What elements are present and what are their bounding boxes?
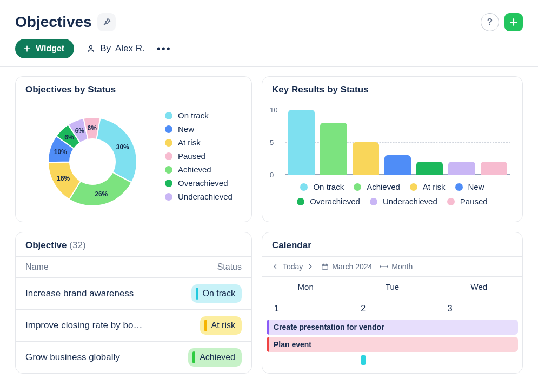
legend-dot <box>297 198 304 205</box>
legend-dot <box>165 125 172 133</box>
calendar-prev-button[interactable] <box>272 263 278 270</box>
legend-label: Overachieved <box>310 197 360 206</box>
calendar-event[interactable]: Create presentation for vendor <box>267 320 518 335</box>
row-name: Improve closing rate by bo… <box>25 320 200 331</box>
day-cell[interactable]: 2 <box>349 297 435 317</box>
donut-slice-label: 26% <box>95 190 108 198</box>
divider <box>0 66 538 67</box>
calendar-event[interactable]: Plan event <box>267 337 518 352</box>
calendar-range-label: Month <box>391 262 413 271</box>
legend-item-achieved[interactable]: Achieved <box>354 182 400 191</box>
legend-label: At risk <box>178 138 201 147</box>
dow-label: Wed <box>436 277 522 297</box>
legend-dot <box>354 183 361 191</box>
legend-label: Underachieved <box>178 192 233 201</box>
table-row[interactable]: Grow business globallyAchieved <box>16 342 251 373</box>
legend-item-at_risk[interactable]: At risk <box>410 182 446 191</box>
col-name: Name <box>25 262 217 272</box>
y-tick-label: 0 <box>270 171 274 179</box>
bar-underachieved[interactable] <box>448 162 475 175</box>
legend-dot <box>165 166 172 174</box>
legend-item-new[interactable]: New <box>455 182 484 191</box>
add-button[interactable] <box>504 13 523 31</box>
status-pill-bar <box>192 351 195 363</box>
event-stripe <box>267 337 269 352</box>
status-pill-bar <box>196 288 198 300</box>
bar-on_track[interactable] <box>288 110 315 175</box>
legend-label: On track <box>178 111 209 120</box>
calendar-month-selector[interactable]: March 2024 <box>321 262 372 271</box>
table-row[interactable]: Increase brand awarenessOn track <box>16 278 251 310</box>
key-results-by-status-card: Key Results by Status 0510 On trackAchie… <box>262 76 523 222</box>
row-name: Grow business globally <box>25 352 188 363</box>
legend-dot <box>165 152 172 160</box>
help-icon: ? <box>487 17 493 28</box>
svg-rect-1 <box>322 264 328 269</box>
user-icon <box>86 44 96 54</box>
legend-item-underachieved[interactable]: Underachieved <box>370 197 437 206</box>
donut-slice-achieved[interactable] <box>69 172 131 206</box>
table-title: Objective <box>25 240 67 250</box>
day-cell[interactable]: 1 <box>262 297 349 317</box>
table-row[interactable]: Improve closing rate by bo…At risk <box>16 310 251 342</box>
legend-dot <box>165 193 172 201</box>
status-pill-label: Achieved <box>200 353 235 362</box>
objectives-by-status-card: Objectives by Status 30%26%16%10%6%6%6% … <box>15 76 252 222</box>
bar-at_risk[interactable] <box>353 142 379 175</box>
calendar-next-button[interactable] <box>307 263 314 270</box>
donut-slice-label: 10% <box>54 148 67 156</box>
more-menu-button[interactable]: ••• <box>157 43 171 55</box>
legend-item-new[interactable]: New <box>165 124 233 134</box>
legend-item-on_track[interactable]: On track <box>165 111 233 120</box>
legend-item-at_risk[interactable]: At risk <box>165 138 233 147</box>
legend-dot <box>165 112 172 119</box>
donut-legend: On trackNewAt riskPausedAchievedOverachi… <box>165 108 233 201</box>
bar-new[interactable] <box>384 155 411 175</box>
legend-item-achieved[interactable]: Achieved <box>165 165 233 174</box>
pin-icon <box>102 17 111 27</box>
event-label: Plan event <box>274 340 311 349</box>
card-title: Objectives by Status <box>16 77 251 101</box>
legend-item-paused[interactable]: Paused <box>165 151 233 161</box>
legend-dot <box>370 198 377 205</box>
status-pill-label: At risk <box>211 321 235 330</box>
donut-slice-label: 6% <box>75 127 85 135</box>
card-title: Key Results by Status <box>262 77 522 101</box>
dow-label: Mon <box>262 277 349 297</box>
event-stripe <box>267 320 269 335</box>
legend-label: New <box>178 124 194 134</box>
chevron-right-icon <box>307 263 314 270</box>
day-cell[interactable]: 3 <box>436 297 522 317</box>
calendar-icon <box>321 263 329 270</box>
by-user-filter[interactable]: By Alex R. <box>86 43 145 54</box>
legend-item-on_track[interactable]: On track <box>300 182 344 191</box>
legend-item-overachieved[interactable]: Overachieved <box>297 197 360 206</box>
legend-dot <box>447 198 455 205</box>
bar-achieved[interactable] <box>320 123 347 175</box>
calendar-toolbar: Today March 2024 Month <box>262 257 522 277</box>
donut-slice-label: 6% <box>87 124 97 132</box>
calendar-today-button[interactable]: Today <box>283 262 303 271</box>
bar-overachieved[interactable] <box>416 162 443 175</box>
legend-label: Achieved <box>367 182 400 191</box>
status-pill-at_risk: At risk <box>200 316 242 335</box>
donut-slice-label: 6% <box>64 134 74 141</box>
legend-item-overachieved[interactable]: Overachieved <box>165 178 233 188</box>
status-pill-achieved: Achieved <box>188 348 242 367</box>
calendar-range-selector[interactable]: Month <box>380 262 413 271</box>
calendar-dow-row: MonTueWed <box>262 277 522 297</box>
add-widget-button[interactable]: Widget <box>15 39 74 58</box>
pin-button[interactable] <box>97 13 116 31</box>
legend-item-paused[interactable]: Paused <box>447 197 488 206</box>
calendar-days-row: 123 <box>262 297 522 317</box>
legend-dot <box>455 183 463 191</box>
card-title: Objective (32) <box>16 232 251 257</box>
card-title: Calendar <box>262 232 522 257</box>
help-button[interactable]: ? <box>481 13 499 31</box>
legend-item-underachieved[interactable]: Underachieved <box>165 192 233 201</box>
event-label: Create presentation for vendor <box>274 323 384 331</box>
bar-paused[interactable] <box>481 162 507 175</box>
dow-label: Tue <box>349 277 435 297</box>
status-pill-label: On track <box>203 289 235 298</box>
legend-dot <box>300 183 308 191</box>
